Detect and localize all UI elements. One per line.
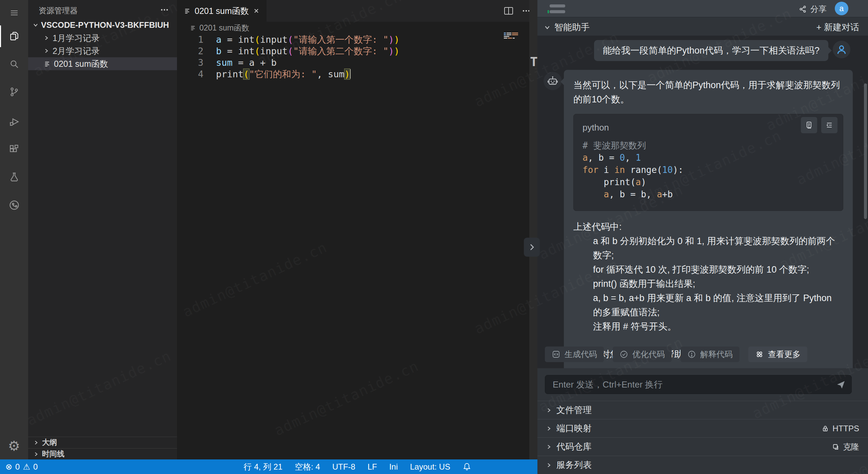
code-editor[interactable]: 1a = int(input("请输入第一个数字: ")) 2b = int(i… (177, 34, 537, 80)
close-icon[interactable] (253, 7, 260, 14)
tree-root[interactable]: VSCODE-PYTHON-V3-BKFFBIUH (28, 19, 177, 32)
code-language: python (583, 120, 609, 135)
problems-status[interactable]: ⊗ 0 ⚠ 0 (0, 462, 38, 472)
tree-folder-feb[interactable]: 2月学习记录 (28, 44, 177, 57)
explorer-icon[interactable] (0, 25, 28, 47)
more-actions-icon[interactable] (159, 5, 170, 14)
send-icon[interactable] (836, 379, 846, 389)
explorer-header: 资源管理器 (28, 0, 177, 19)
code-block-body: # 斐波那契数列a, b = 0, 1for i in range(10): p… (574, 136, 843, 211)
encoding[interactable]: UTF-8 (332, 462, 355, 472)
user-message: 能给我一段简单的Python代码，学习一下相关语法吗? (594, 40, 828, 61)
error-count: 0 (15, 462, 20, 472)
tree-file-selected[interactable]: 0201 sum函数 (28, 57, 177, 70)
split-editor-icon[interactable] (504, 6, 514, 16)
code-line: 4print("它们的和为: ", sum) (177, 68, 537, 80)
section-port-mapping[interactable]: 端口映射 HTTPS (537, 419, 868, 437)
view-more-button[interactable]: 查看更多 (748, 347, 807, 362)
explorer-title: 资源管理器 (39, 5, 78, 16)
outline-label: 大纲 (42, 437, 57, 448)
chat-input[interactable] (545, 375, 852, 394)
editor-group: 0201 sum函数 0201 sum函数 1a = int(input("请输… (177, 0, 537, 459)
code-line: 2b = int(input("请输入第二个数字: ")) (177, 45, 537, 57)
menu-icon[interactable] (0, 2, 28, 24)
timeline-section[interactable]: 时间线 (28, 448, 177, 459)
chevron-right-icon (34, 440, 39, 445)
run-debug-icon[interactable] (0, 111, 28, 133)
assistant-header: 智能助手 + 新建对话 (537, 17, 868, 36)
file-icon (190, 25, 196, 31)
source-control-icon[interactable] (0, 81, 28, 103)
code-block-header: python (574, 114, 843, 136)
breadcrumb[interactable]: 0201 sum函数 (190, 22, 249, 34)
chevron-right-icon (44, 35, 49, 41)
warning-icon: ⚠ (23, 463, 30, 471)
status-dot (548, 10, 549, 13)
folder-label: 1月学习记录 (53, 33, 100, 44)
indentation[interactable]: 空格: 4 (295, 461, 320, 472)
reply-intro: 当然可以，以下是一个简单的Python代码，用于求解斐波那契数列的前10个数。 (573, 78, 843, 106)
new-chat-button[interactable]: + 新建对话 (816, 21, 859, 33)
tab-bar: 0201 sum函数 (177, 0, 537, 22)
clone-badge[interactable]: 克隆 (832, 441, 859, 452)
generate-code-button[interactable]: 生成代码 (545, 347, 604, 362)
insert-code-icon[interactable] (821, 117, 837, 133)
remote-run-icon[interactable] (0, 194, 28, 216)
panel-scrollbar[interactable] (864, 83, 867, 219)
explain-heading: 上述代码中: (573, 220, 843, 234)
keyboard-layout[interactable]: Layout: US (410, 462, 450, 472)
editor-actions (504, 0, 531, 22)
settings-gear-icon[interactable]: ⚙ (0, 435, 28, 457)
outline-section[interactable]: 大纲 (28, 437, 177, 448)
code-block: python # 斐波那契数列a, b = 0, 1for i in range… (573, 114, 843, 211)
share-button[interactable]: 分享 (799, 4, 827, 15)
breadcrumb-label: 0201 sum函数 (199, 23, 249, 33)
chat-input-bar (537, 368, 868, 401)
optimize-code-button[interactable]: 优化代码 (613, 347, 672, 362)
text-cursor (350, 69, 351, 79)
language-mode[interactable]: Ini (389, 462, 398, 472)
explain-item: print() 函数用于输出结果; (593, 277, 843, 291)
cursor-position[interactable]: 行 4, 列 21 (243, 461, 282, 472)
chevron-down-icon (33, 22, 38, 28)
activity-bar: ⚙ (0, 0, 28, 459)
minimap[interactable] (504, 33, 519, 39)
user-avatar (833, 41, 850, 58)
chevron-right-icon (44, 48, 49, 54)
panel-expand-button[interactable] (524, 238, 540, 257)
status-bar: ⊗ 0 ⚠ 0 行 4, 列 21 空格: 4 UTF-8 LF Ini Lay… (0, 459, 537, 474)
assistant-panel: 分享 a 智能助手 + 新建对话 能给我一段简单的Python代码，学习一下相关… (537, 0, 868, 474)
code-line: 1a = int(input("请输入第一个数字: ")) (177, 34, 537, 45)
explain-code-button[interactable]: 解释代码 (680, 347, 739, 362)
eol-sequence[interactable]: LF (368, 462, 377, 472)
copy-code-icon[interactable] (801, 117, 817, 133)
section-service-list[interactable]: 服务列表 (537, 456, 868, 474)
user-avatar-badge[interactable]: a (835, 2, 848, 15)
section-code-repo[interactable]: 代码仓库 克隆 (537, 437, 868, 456)
timeline-label: 时间线 (42, 449, 64, 459)
explain-item: a, b = b, a+b 用来更新 a 和 b 的值, 注意这里用到了 Pyt… (593, 291, 843, 319)
tree-folder-jan[interactable]: 1月学习记录 (28, 32, 177, 44)
search-icon[interactable] (0, 53, 28, 75)
share-label: 分享 (810, 4, 827, 15)
scrollbar-glyph: T (530, 54, 538, 69)
assistant-title: 智能助手 (554, 21, 590, 33)
panel-sections: 文件管理 端口映射 HTTPS 代码仓库 克隆 服务列表 (537, 401, 868, 474)
section-file-management[interactable]: 文件管理 (537, 401, 868, 419)
error-icon: ⊗ (5, 463, 12, 471)
file-tree: VSCODE-PYTHON-V3-BKFFBIUH 1月学习记录 2月学习记录 … (28, 19, 177, 70)
notifications-bell-icon[interactable] (462, 462, 471, 471)
testing-icon[interactable] (0, 166, 28, 188)
tab-sum-file[interactable]: 0201 sum函数 (177, 0, 267, 22)
https-badge[interactable]: HTTPS (822, 424, 859, 433)
app-window: ⚙ 资源管理器 VSCODE-PYTHON-V3-BKFFBIUH 1月学习记录… (0, 0, 868, 474)
folder-label: 2月学习记录 (53, 45, 100, 57)
workspace-logo[interactable] (550, 4, 565, 13)
warning-count: 0 (33, 462, 38, 472)
extensions-icon[interactable] (0, 139, 28, 161)
active-indicator (0, 25, 1, 47)
file-label: 0201 sum函数 (54, 58, 108, 70)
assistant-title-toggle[interactable]: 智能助手 (544, 21, 590, 33)
quick-actions: 生成代码 优化代码 解释代码 查看更多 (545, 347, 807, 362)
explain-item: a 和 b 分别初始化为 0 和 1, 用来计算斐波那契数列的前两个数字; (593, 234, 843, 262)
